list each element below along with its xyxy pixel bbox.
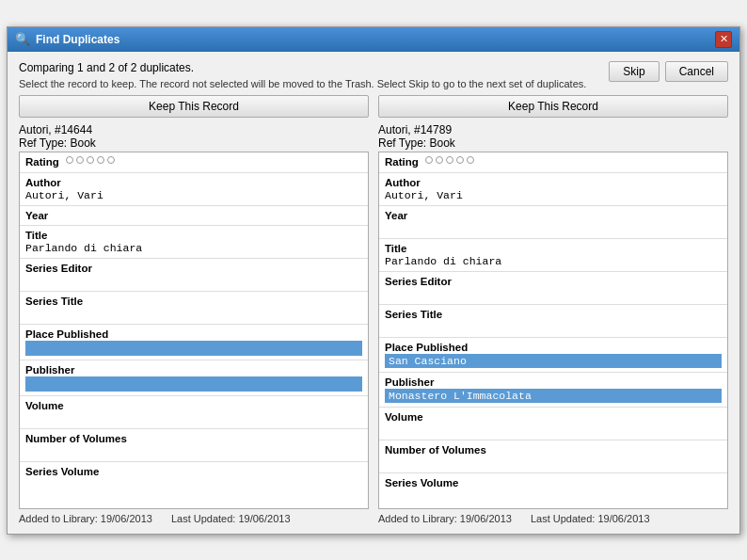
right-updated: Last Updated: 19/06/2013 <box>531 513 650 524</box>
right-series-editor-label: Series Editor <box>385 276 722 287</box>
right-series-editor-group: Series Editor <box>379 272 727 304</box>
left-dot-2 <box>76 156 84 164</box>
right-dot-2 <box>436 156 443 164</box>
left-num-volumes-group: Number of Volumes <box>20 429 368 461</box>
comparing-text: Comparing 1 and 2 of 2 duplicates. <box>19 61 609 74</box>
right-record-scroll[interactable]: Rating Author Autori, Vari Year <box>378 152 728 509</box>
right-year-label: Year <box>385 210 722 221</box>
left-series-title-value <box>25 308 362 320</box>
records-row: Keep This Record Autori, #14644 Ref Type… <box>19 95 728 524</box>
left-dot-5 <box>107 156 115 164</box>
left-volume-value <box>25 412 362 424</box>
left-series-volume-group: Series Volume <box>20 462 368 494</box>
right-place-group: Place Published San Casciano <box>379 338 727 372</box>
right-author-group: Author Autori, Vari <box>379 173 727 205</box>
close-button[interactable]: ✕ <box>715 31 732 48</box>
right-ref-type: Ref Type: Book <box>378 136 728 150</box>
left-title-value: Parlando di chiara <box>25 242 362 254</box>
left-publisher-label: Publisher <box>25 364 362 376</box>
left-publisher-group: Publisher <box>20 360 368 395</box>
right-publisher-group: Publisher Monastero L'Immacolata <box>379 373 727 407</box>
left-place-group: Place Published <box>20 325 368 360</box>
left-series-volume-label: Series Volume <box>25 466 362 477</box>
right-volume-label: Volume <box>385 411 722 423</box>
left-year-label: Year <box>25 210 362 221</box>
left-rating-section: Rating <box>20 152 368 170</box>
right-record-meta: Autori, #14789 Ref Type: Book <box>378 123 728 150</box>
left-status-bar: Added to Library: 19/06/2013 Last Update… <box>19 509 369 524</box>
left-ref-type: Ref Type: Book <box>19 136 369 150</box>
right-series-title-value <box>385 321 722 333</box>
left-record-meta: Autori, #14644 Ref Type: Book <box>19 123 369 150</box>
left-added: Added to Library: 19/06/2013 <box>19 513 152 524</box>
right-num-volumes-group: Number of Volumes <box>379 440 727 472</box>
left-series-volume-value <box>25 478 362 490</box>
instruction-text: Select the record to keep. The record no… <box>19 78 609 89</box>
right-dot-4 <box>456 156 464 164</box>
right-place-value: San Casciano <box>385 354 722 368</box>
cancel-button[interactable]: Cancel <box>665 61 728 82</box>
left-rating-label: Rating <box>25 156 59 168</box>
left-title-group: Title Parlando di chiara <box>20 226 368 258</box>
window-title: Find Duplicates <box>36 33 119 46</box>
right-author-label: Author <box>385 177 722 188</box>
right-added: Added to Library: 19/06/2013 <box>378 513 512 524</box>
right-year-group: Year <box>379 206 727 238</box>
right-publisher-label: Publisher <box>385 376 722 388</box>
left-volume-group: Volume <box>20 396 368 428</box>
right-title-label: Title <box>385 243 722 254</box>
left-place-value <box>25 341 362 356</box>
right-title-group: Title Parlando di chiara <box>379 239 727 271</box>
left-series-title-group: Series Title <box>20 292 368 324</box>
right-series-title-group: Series Title <box>379 305 727 337</box>
right-author-value: Autori, Vari <box>385 189 722 201</box>
right-series-title-label: Series Title <box>385 309 722 320</box>
right-volume-value <box>385 424 722 436</box>
left-series-editor-label: Series Editor <box>25 263 362 274</box>
right-series-volume-label: Series Volume <box>385 477 722 488</box>
left-author-label: Author <box>25 177 362 188</box>
right-num-volumes-value <box>385 456 722 469</box>
left-dot-1 <box>66 156 73 164</box>
title-bar: 🔍 Find Duplicates ✕ <box>8 27 739 52</box>
right-series-editor-value <box>385 288 722 300</box>
left-title-label: Title <box>25 230 362 241</box>
left-publisher-value <box>25 376 362 392</box>
keep-left-button[interactable]: Keep This Record <box>19 95 369 118</box>
left-volume-label: Volume <box>25 400 362 411</box>
left-updated: Last Updated: 19/06/2013 <box>171 513 291 524</box>
left-year-group: Year <box>20 206 368 225</box>
left-series-editor-value <box>25 275 362 287</box>
binoculars-icon: 🔍 <box>15 32 30 46</box>
right-status-bar: Added to Library: 19/06/2013 Last Update… <box>378 509 728 524</box>
right-id: Autori, #14789 <box>378 123 728 136</box>
right-rating-label: Rating <box>385 156 419 168</box>
left-num-volumes-value <box>25 445 362 457</box>
left-dot-4 <box>97 156 104 164</box>
right-rating-section: Rating <box>379 152 727 170</box>
content-area: Comparing 1 and 2 of 2 duplicates. Selec… <box>8 52 739 534</box>
left-record-scroll[interactable]: Rating Author Autori, Vari Year <box>19 152 369 509</box>
right-title-value: Parlando di chiara <box>385 255 722 267</box>
right-num-volumes-label: Number of Volumes <box>385 444 722 456</box>
left-series-title-label: Series Title <box>25 296 362 307</box>
left-series-editor-group: Series Editor <box>20 259 368 291</box>
title-bar-left: 🔍 Find Duplicates <box>15 32 119 46</box>
right-place-label: Place Published <box>385 342 722 353</box>
top-buttons: Skip Cancel <box>609 61 728 82</box>
keep-right-button[interactable]: Keep This Record <box>378 95 728 118</box>
right-series-volume-value <box>385 489 722 502</box>
left-place-label: Place Published <box>25 328 362 340</box>
right-dot-3 <box>446 156 453 164</box>
left-id: Autori, #14644 <box>19 123 369 136</box>
header-info: Comparing 1 and 2 of 2 duplicates. Selec… <box>19 61 609 89</box>
right-series-volume-group: Series Volume <box>379 473 727 505</box>
skip-button[interactable]: Skip <box>609 61 659 82</box>
top-bar: Comparing 1 and 2 of 2 duplicates. Selec… <box>19 61 728 89</box>
left-author-value: Autori, Vari <box>25 189 362 201</box>
left-dot-3 <box>87 156 94 164</box>
right-publisher-value: Monastero L'Immacolata <box>385 389 722 403</box>
right-record-panel: Keep This Record Autori, #14789 Ref Type… <box>378 95 728 524</box>
left-num-volumes-label: Number of Volumes <box>25 433 362 444</box>
right-volume-group: Volume <box>379 408 727 440</box>
